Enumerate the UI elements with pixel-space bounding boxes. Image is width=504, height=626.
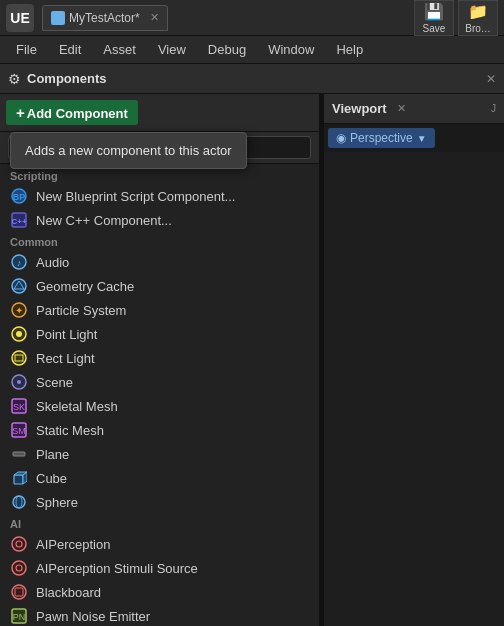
list-item-label: New C++ Component... [36, 213, 172, 228]
perspective-button[interactable]: ◉ Perspective ▼ [328, 128, 435, 148]
list-item[interactable]: Cube [0, 466, 319, 490]
rect-light-icon [10, 349, 28, 367]
viewport-header: Viewport ✕ J [324, 94, 504, 124]
list-item[interactable]: Scene [0, 370, 319, 394]
common-section-header: Common [0, 232, 319, 250]
audio-icon: ♪ [10, 253, 28, 271]
svg-point-24 [13, 496, 25, 508]
list-item-label: New Blueprint Script Component... [36, 189, 235, 204]
list-item-label: Rect Light [36, 351, 95, 366]
chevron-down-icon: ▼ [417, 133, 427, 144]
list-item-label: AIPerception [36, 537, 110, 552]
actor-tab-close[interactable]: ✕ [150, 11, 159, 24]
panel-close-button[interactable]: ✕ [486, 72, 496, 86]
list-item[interactable]: AIPerception [0, 532, 319, 556]
tooltip-text: Adds a new component to this actor [25, 143, 232, 158]
bp-icon: BP [10, 187, 28, 205]
point-light-icon [10, 325, 28, 343]
cube-icon [10, 469, 28, 487]
geometry-cache-icon [10, 277, 28, 295]
perspective-label: Perspective [350, 131, 413, 145]
list-item-label: Static Mesh [36, 423, 104, 438]
svg-text:C++: C++ [11, 217, 26, 226]
actor-tab[interactable]: MyTestActor* ✕ [42, 5, 168, 31]
svg-text:SM: SM [12, 426, 26, 436]
list-item[interactable]: SM Static Mesh [0, 418, 319, 442]
panel-header: ⚙ Components ✕ [0, 64, 504, 94]
list-item-label: Plane [36, 447, 69, 462]
save-button[interactable]: 💾 Save [414, 0, 454, 36]
menu-bar: File Edit Asset View Debug Window Help [0, 36, 504, 64]
svg-point-30 [12, 585, 26, 599]
list-item-label: Point Light [36, 327, 97, 342]
svg-point-26 [12, 537, 26, 551]
list-item[interactable]: C++ New C++ Component... [0, 208, 319, 232]
viewport-expand-icon: J [491, 103, 496, 114]
svg-point-28 [12, 561, 26, 575]
plus-icon: + [16, 104, 25, 121]
sphere-icon [10, 493, 28, 511]
list-item-label: Geometry Cache [36, 279, 134, 294]
svg-text:✦: ✦ [15, 305, 23, 316]
menu-help[interactable]: Help [326, 40, 373, 59]
perspective-icon: ◉ [336, 131, 346, 145]
actor-tab-label: MyTestActor* [69, 11, 140, 25]
list-item[interactable]: PN Pawn Noise Emitter [0, 604, 319, 626]
list-item[interactable]: Sphere [0, 490, 319, 514]
svg-rect-20 [13, 452, 25, 456]
svg-text:SK: SK [13, 402, 25, 412]
svg-point-15 [17, 380, 21, 384]
scene-icon [10, 373, 28, 391]
list-item-label: Particle System [36, 303, 126, 318]
browse-icon: 📁 [468, 2, 488, 21]
panel-title: Components [27, 71, 106, 86]
list-item[interactable]: ✦ Particle System [0, 298, 319, 322]
viewport-close-button[interactable]: ✕ [397, 102, 406, 115]
list-item-label: AIPerception Stimuli Source [36, 561, 198, 576]
pawn-noise-emitter-icon: PN [10, 607, 28, 625]
menu-edit[interactable]: Edit [49, 40, 91, 59]
list-item[interactable]: ♪ Audio [0, 250, 319, 274]
list-item-label: Skeletal Mesh [36, 399, 118, 414]
svg-text:♪: ♪ [17, 258, 22, 268]
list-item[interactable]: Plane [0, 442, 319, 466]
list-item-label: Cube [36, 471, 67, 486]
menu-window[interactable]: Window [258, 40, 324, 59]
viewport-canvas [324, 152, 504, 626]
actor-tab-icon [51, 11, 65, 25]
components-panel: +Add Component Adds a new component to t… [0, 94, 320, 626]
particle-system-icon: ✦ [10, 301, 28, 319]
svg-point-12 [12, 351, 26, 365]
cpp-icon: C++ [10, 211, 28, 229]
list-item-label: Scene [36, 375, 73, 390]
toolbar-row: +Add Component Adds a new component to t… [0, 94, 319, 132]
browse-button[interactable]: 📁 Bro… [458, 0, 498, 36]
list-item[interactable]: Point Light [0, 322, 319, 346]
list-item[interactable]: Blackboard [0, 580, 319, 604]
menu-debug[interactable]: Debug [198, 40, 256, 59]
menu-asset[interactable]: Asset [93, 40, 146, 59]
svg-point-11 [16, 331, 22, 337]
list-item[interactable]: SK Skeletal Mesh [0, 394, 319, 418]
list-item[interactable]: BP New Blueprint Script Component... [0, 184, 319, 208]
save-label: Save [423, 23, 446, 34]
list-item-label: Audio [36, 255, 69, 270]
add-component-button[interactable]: +Add Component [6, 100, 138, 125]
ue-logo: UE [6, 4, 34, 32]
list-item[interactable]: AIPerception Stimuli Source [0, 556, 319, 580]
component-list: Scripting BP New Blueprint Script Compon… [0, 164, 319, 626]
ai-section-header: AI [0, 514, 319, 532]
skeletal-mesh-icon: SK [10, 397, 28, 415]
main-content: +Add Component Adds a new component to t… [0, 94, 504, 626]
list-item[interactable]: Rect Light [0, 346, 319, 370]
menu-file[interactable]: File [6, 40, 47, 59]
browse-label: Bro… [465, 23, 491, 34]
save-icon: 💾 [424, 2, 444, 21]
list-item[interactable]: Geometry Cache [0, 274, 319, 298]
list-item-label: Pawn Noise Emitter [36, 609, 150, 624]
plane-icon [10, 445, 28, 463]
blackboard-icon [10, 583, 28, 601]
menu-view[interactable]: View [148, 40, 196, 59]
top-bar: UE MyTestActor* ✕ 💾 Save 📁 Bro… [0, 0, 504, 36]
tooltip: Adds a new component to this actor [10, 132, 247, 169]
